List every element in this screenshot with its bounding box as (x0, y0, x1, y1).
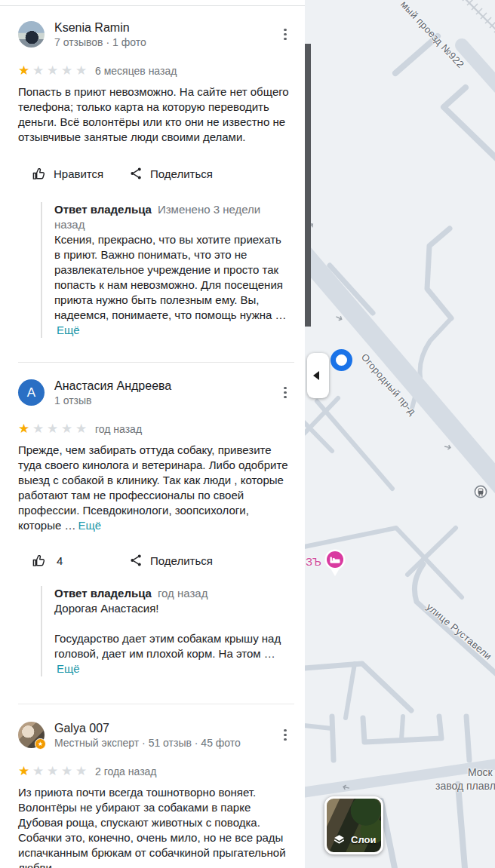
kebab-menu-button[interactable] (276, 726, 294, 744)
reply-title: Ответ владельца (54, 203, 152, 216)
like-button[interactable]: Нравится (32, 167, 130, 181)
reviews-panel: Ksenia Ramin 7 отзывов · 1 фото ★★★★★ 6 … (0, 0, 305, 868)
owner-reply: Ответ владельцаИзменено 3 недели назад К… (41, 202, 288, 338)
card-divider (0, 0, 305, 6)
panel-scrollbar[interactable] (305, 44, 311, 327)
review-card: ★ Galya 007 Местный эксперт · 51 отзыв ·… (0, 720, 305, 868)
review-date: 6 месяцев назад (95, 65, 177, 77)
reply-text: Ксения, прекрасно, что вы хотите приехат… (54, 233, 287, 321)
avatar[interactable] (18, 21, 45, 48)
review-divider (18, 704, 294, 704)
star-icon-empty: ★ (61, 64, 75, 77)
layers-button[interactable]: Слои (324, 796, 383, 854)
star-icon-empty: ★ (61, 765, 75, 778)
share-button[interactable]: Поделиться (130, 167, 213, 180)
star-rating: ★★★★★ 2 года назад (18, 765, 294, 778)
share-label: Поделиться (150, 167, 213, 180)
local-guide-badge-icon: ★ (35, 738, 46, 750)
poi-label-line2: завод плавл (435, 780, 495, 792)
layers-button-label: Слои (351, 834, 376, 845)
kebab-menu-button[interactable] (276, 384, 294, 402)
star-icon-filled: ★ (18, 422, 32, 435)
review-text: Прежде, чем забирать оттуда собаку, прив… (18, 443, 287, 532)
kebab-menu-button[interactable] (276, 26, 294, 44)
reply-text: Государство дает этим собакам крышу над … (54, 632, 281, 660)
more-link[interactable]: Ещё (57, 662, 80, 675)
review-text: Из приюта почти всегда тошнотворно воняе… (18, 785, 294, 868)
share-button[interactable]: Поделиться (130, 554, 213, 567)
reviewer-name[interactable]: Ksenia Ramin (54, 20, 272, 35)
share-icon (130, 167, 143, 180)
bed-icon (323, 549, 347, 578)
google-maps-window: мый проезд №922 Огородный пр-д улице Рус… (0, 0, 495, 868)
star-icon-empty: ★ (47, 422, 61, 435)
star-icon-empty: ★ (32, 64, 47, 77)
avatar[interactable]: А (18, 379, 45, 406)
blue-location-marker[interactable] (331, 349, 352, 371)
star-icon-empty: ★ (75, 64, 90, 77)
avatar[interactable]: ★ (18, 722, 45, 748)
review-date: год назад (95, 423, 142, 435)
poi-label-line1: Моск (468, 766, 493, 778)
reviewer-meta: 1 отзыв (54, 394, 272, 407)
chevron-left-icon (313, 371, 319, 380)
collapse-panel-button[interactable] (307, 353, 329, 398)
thumb-up-icon (32, 554, 46, 568)
like-label: Нравится (54, 167, 103, 180)
hotel-marker-label: ЗЪ (306, 555, 321, 568)
review-card: А Анастасия Андреева 1 отзыв ★★★★★ год н… (0, 378, 305, 704)
star-rating: ★★★★★ 6 месяцев назад (18, 64, 294, 77)
star-icon-empty: ★ (47, 64, 61, 77)
star-icon-empty: ★ (32, 765, 47, 778)
reviewer-name[interactable]: Анастасия Андреева (54, 378, 272, 394)
share-label: Поделиться (150, 554, 213, 567)
reply-title: Ответ владельца (54, 587, 152, 600)
star-icon-filled: ★ (18, 64, 32, 77)
like-count: 4 (57, 554, 63, 567)
star-icon-empty: ★ (75, 422, 90, 435)
star-icon-filled: ★ (18, 765, 32, 778)
bus-stop-icon[interactable] (474, 485, 487, 501)
reviewer-name[interactable]: Galya 007 (54, 720, 272, 736)
owner-reply: Ответ владельцагод назад Дорогая Анастас… (41, 586, 288, 676)
review-divider (18, 362, 294, 363)
star-icon-empty: ★ (61, 422, 75, 435)
reply-date: год назад (158, 587, 208, 600)
reply-text: Дорогая Анастасия! (54, 601, 288, 616)
review-date: 2 года назад (95, 765, 157, 778)
more-link[interactable]: Ещё (78, 519, 101, 532)
star-icon-empty: ★ (75, 765, 90, 778)
hotel-marker[interactable] (323, 549, 347, 581)
oneway-arrow-icon (443, 443, 453, 452)
star-rating: ★★★★★ год назад (18, 422, 294, 435)
review-card: Ksenia Ramin 7 отзывов · 1 фото ★★★★★ 6 … (0, 20, 305, 363)
reviewer-meta: Местный эксперт · 51 отзыв · 45 фото (54, 736, 272, 750)
thumb-up-icon (32, 167, 46, 181)
more-link[interactable]: Ещё (57, 324, 80, 336)
share-icon (130, 554, 143, 567)
reviewer-meta: 7 отзывов · 1 фото (54, 35, 272, 49)
like-button[interactable]: 4 (32, 554, 130, 568)
review-text: Попасть в приют невозможно. На сайте нет… (18, 84, 294, 145)
star-icon-empty: ★ (32, 422, 47, 435)
layers-icon (333, 833, 346, 846)
star-icon-empty: ★ (47, 765, 61, 778)
